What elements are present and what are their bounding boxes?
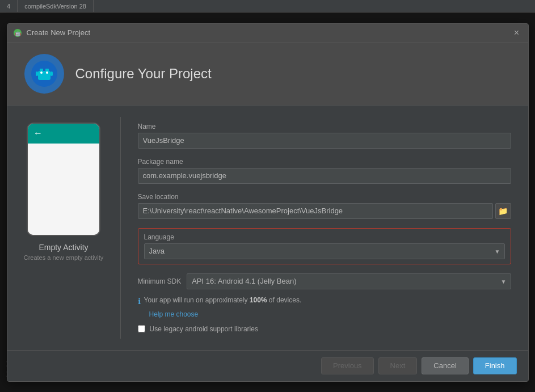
dialog-footer: Previous Next Cancel Finish — [7, 350, 528, 381]
save-location-input[interactable] — [138, 203, 493, 219]
name-input[interactable] — [138, 133, 511, 149]
package-input[interactable] — [138, 168, 511, 184]
save-location-container: 📁 — [138, 203, 511, 219]
next-button[interactable]: Next — [378, 357, 418, 374]
save-location-label: Save location — [138, 193, 511, 201]
right-panel: Name Package name Save location — [121, 117, 528, 339]
phone-content — [28, 144, 99, 235]
svg-point-6 — [40, 71, 43, 74]
language-label-text: Language — [144, 233, 174, 241]
tab-compile-sdk[interactable]: compileSdkVersion 28 — [18, 0, 94, 12]
activity-label: Empty Activity — [39, 243, 88, 252]
back-arrow-icon: ← — [33, 128, 43, 138]
package-form-group: Package name — [138, 158, 511, 184]
cancel-button[interactable]: Cancel — [422, 357, 468, 374]
tab-label: 4 — [7, 3, 10, 10]
dialog-overlay: 🤖 Create New Project × — [0, 12, 535, 392]
legacy-support-checkbox-row: Use legacy android support libraries — [138, 325, 511, 333]
language-select-wrapper: Java Kotlin — [144, 243, 505, 259]
name-form-group: Name — [138, 123, 511, 149]
tab-line-number[interactable]: 4 — [0, 0, 18, 12]
language-form-group: Language Java Kotlin — [138, 228, 511, 264]
save-location-label-text: Save location — [138, 193, 179, 201]
logo-svg — [30, 60, 58, 88]
phone-topbar: ← — [28, 124, 99, 144]
android-icon: 🤖 — [13, 28, 22, 37]
hint-text: Your app will run on approximately 100% … — [144, 296, 302, 304]
previous-button[interactable]: Previous — [321, 357, 374, 374]
activity-sublabel: Creates a new empty activity — [24, 254, 104, 261]
min-sdk-select-wrapper: API 16: Android 4.1 (Jelly Bean) — [187, 273, 511, 289]
folder-browse-button[interactable]: 📁 — [495, 203, 511, 219]
save-location-form-group: Save location 📁 — [138, 193, 511, 219]
language-label: Language — [144, 233, 505, 241]
hint-prefix: Your app will run on approximately — [144, 296, 250, 304]
close-button[interactable]: × — [511, 27, 523, 39]
hint-row: ℹ Your app will run on approximately 100… — [138, 296, 511, 306]
package-label: Package name — [138, 158, 511, 166]
tab-bar: 4 compileSdkVersion 28 — [0, 0, 535, 12]
legacy-support-label: Use legacy android support libraries — [150, 325, 258, 333]
svg-point-7 — [46, 71, 48, 74]
hint-percent: 100% — [250, 296, 267, 304]
finish-button[interactable]: Finish — [473, 357, 517, 374]
help-me-choose-link[interactable]: Help me choose — [149, 310, 511, 318]
name-label-text: Name — [138, 123, 156, 130]
dialog-title-text: Create New Project — [27, 28, 91, 37]
info-icon: ℹ — [138, 297, 141, 306]
min-sdk-select[interactable]: API 16: Android 4.1 (Jelly Bean) — [187, 273, 511, 289]
svg-rect-8 — [36, 71, 38, 76]
tab-label-2: compileSdkVersion 28 — [24, 3, 86, 10]
phone-preview: ← — [27, 123, 100, 236]
min-sdk-row: Minimum SDK API 16: Android 4.1 (Jelly B… — [138, 273, 511, 289]
left-panel: ← Empty Activity Creates a new empty act… — [7, 117, 121, 339]
dialog-titlebar: 🤖 Create New Project × — [7, 24, 528, 43]
dialog-header: Configure Your Project — [7, 43, 528, 106]
name-label: Name — [138, 123, 511, 130]
create-new-project-dialog: 🤖 Create New Project × — [7, 23, 529, 382]
min-sdk-label: Minimum SDK — [138, 277, 182, 285]
legacy-support-checkbox[interactable] — [138, 325, 145, 332]
dialog-title-left: 🤖 Create New Project — [13, 28, 91, 37]
dialog-body: ← Empty Activity Creates a new empty act… — [7, 106, 528, 350]
folder-icon: 📁 — [498, 206, 508, 216]
dialog-header-title: Configure Your Project — [75, 66, 212, 82]
package-label-text: Package name — [138, 158, 183, 166]
hint-suffix: of devices. — [267, 296, 302, 304]
svg-text:🤖: 🤖 — [14, 30, 21, 37]
language-select[interactable]: Java Kotlin — [144, 243, 505, 259]
logo-circle — [24, 54, 64, 94]
svg-rect-9 — [50, 71, 53, 76]
